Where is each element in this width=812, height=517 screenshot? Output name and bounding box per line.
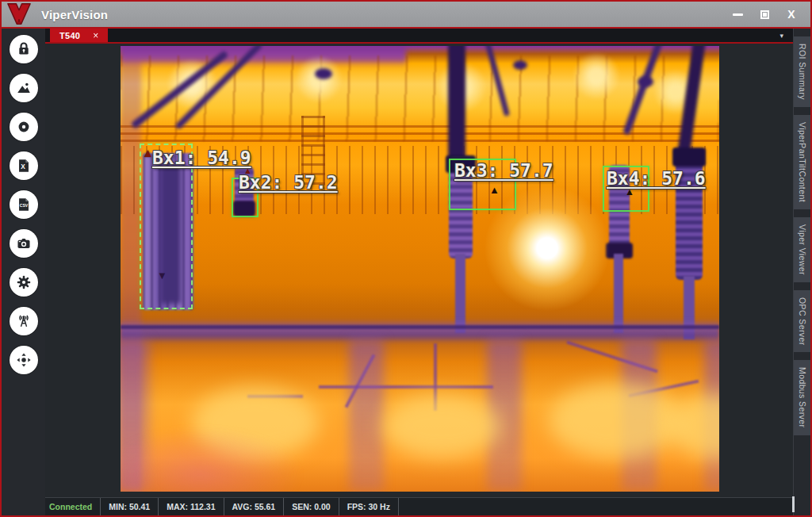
roi-box-bx3[interactable]: ▲ Bx3: 57.7 xyxy=(449,159,516,210)
thermal-video-feed[interactable]: ▲ Bx1: 54.9 ▼ ▲ Bx2: 57.2 ▲ Bx3: 57.7 ▲ xyxy=(121,46,719,492)
min-temp-marker: ▼ xyxy=(157,270,167,281)
roi-label-bx4: Bx4: 57.6 xyxy=(607,168,706,189)
maximize-icon xyxy=(760,10,769,19)
panel-tab-modbus-server[interactable]: Modbus Server xyxy=(794,360,810,435)
pan-control-icon xyxy=(15,351,33,369)
excel-export-icon: X xyxy=(15,157,33,174)
viper-logo-icon xyxy=(6,2,32,26)
status-sen: SEN: 0.00 xyxy=(284,498,339,515)
record-icon xyxy=(15,118,33,136)
camera-button[interactable] xyxy=(10,229,38,258)
close-button[interactable]: X xyxy=(785,8,798,21)
splitter-handle[interactable] xyxy=(792,496,795,512)
close-icon: X xyxy=(787,9,795,20)
max-temp-marker: ▲ xyxy=(489,185,500,195)
minimize-button[interactable] xyxy=(731,8,744,21)
lock-icon xyxy=(15,40,33,58)
status-min: MIN: 50.41 xyxy=(101,498,159,515)
status-avg: AVG: 55.61 xyxy=(224,498,285,515)
svg-text:X: X xyxy=(21,163,25,170)
camera-icon xyxy=(15,235,33,252)
left-toolbar: X CSV xyxy=(2,29,45,515)
pan-tilt-button[interactable] xyxy=(10,346,38,374)
tab-t540[interactable]: T540 × xyxy=(50,29,108,42)
lock-button[interactable] xyxy=(10,35,38,63)
tab-overflow-button[interactable]: ▾ xyxy=(770,29,793,42)
tab-close-icon[interactable]: × xyxy=(93,31,98,40)
status-fps: FPS: 30 Hz xyxy=(339,498,399,515)
export-csv-button[interactable]: CSV xyxy=(10,190,38,219)
panel-tab-opc-server[interactable]: OPC Server xyxy=(794,290,810,353)
antenna-icon xyxy=(15,312,33,330)
panel-tab-roi-summary[interactable]: ROI Summary xyxy=(794,36,810,107)
maximize-button[interactable] xyxy=(758,8,771,21)
status-max: MAX: 112.31 xyxy=(159,498,224,515)
broadcast-button[interactable] xyxy=(10,307,38,335)
roi-label-bx3: Bx3: 57.7 xyxy=(454,160,553,181)
connection-status: Connected xyxy=(45,498,101,515)
panel-tab-viperpantiltcontent[interactable]: ViperPanTiltContent xyxy=(794,115,810,209)
right-panel-tabstrip: ROI Summary ViperPanTiltContent Viper Vi… xyxy=(793,29,810,515)
document-tab-bar: T540 × ▾ xyxy=(45,29,793,44)
app-title: ViperVision xyxy=(41,8,108,21)
panel-tab-viper-viewer[interactable]: Viper Viewer xyxy=(794,217,810,282)
roi-label-bx2: Bx2: 57.2 xyxy=(239,172,338,193)
tab-label: T540 xyxy=(59,31,80,40)
svg-text:CSV: CSV xyxy=(19,203,28,208)
title-bar: ViperVision X xyxy=(2,2,810,29)
gear-icon xyxy=(15,274,33,291)
roi-box-bx1[interactable]: ▲ Bx1: 54.9 ▼ xyxy=(140,144,193,309)
roi-label-bx1: Bx1: 54.9 xyxy=(152,147,251,168)
window-controls: X xyxy=(731,8,802,21)
image-icon xyxy=(15,79,33,97)
tab-spacer xyxy=(108,29,770,42)
viewer-area: ▲ Bx1: 54.9 ▼ ▲ Bx2: 57.2 ▲ Bx3: 57.7 ▲ xyxy=(45,44,793,497)
settings-button[interactable] xyxy=(10,268,38,297)
roi-box-bx4[interactable]: ▲ Bx4: 57.6 xyxy=(603,166,649,212)
roi-box-bx2[interactable]: ▲ Bx2: 57.2 xyxy=(232,178,259,217)
csv-export-icon: CSV xyxy=(15,196,33,213)
app-window: ViperVision X xyxy=(0,0,812,517)
snapshot-image-button[interactable] xyxy=(10,74,38,102)
record-button[interactable] xyxy=(10,113,38,141)
status-bar: Connected MIN: 50.41 MAX: 112.31 AVG: 55… xyxy=(45,497,793,515)
minimize-icon xyxy=(733,13,743,16)
chevron-down-icon: ▾ xyxy=(779,32,783,40)
export-excel-button[interactable]: X xyxy=(10,151,38,180)
window-body: X CSV xyxy=(2,29,810,515)
center-column: T540 × ▾ xyxy=(45,29,793,515)
